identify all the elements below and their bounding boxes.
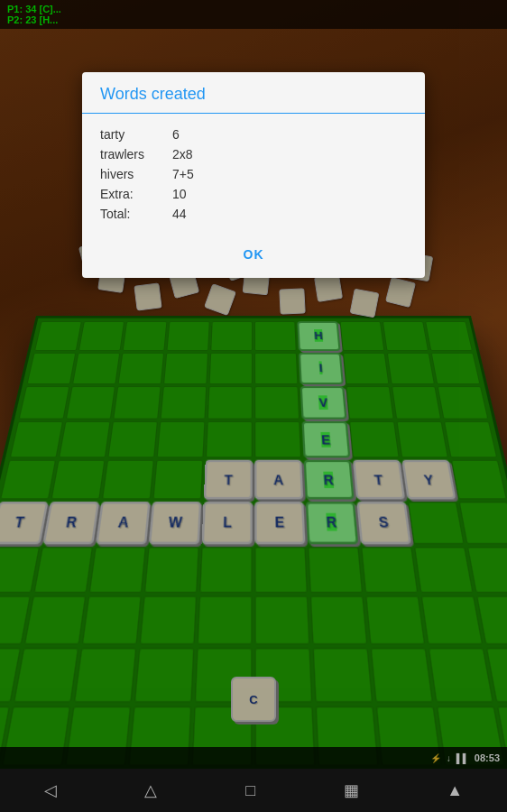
ok-button[interactable]: OK: [226, 242, 282, 267]
word-score: 44: [172, 207, 187, 221]
word-name: Total:: [100, 207, 172, 221]
word-row: hivers7+5: [100, 164, 407, 184]
dialog-content: tarty6trawlers2x8hivers7+5Extra:10Total:…: [82, 114, 425, 235]
word-name: trawlers: [100, 147, 172, 161]
word-row: Total:44: [100, 204, 407, 224]
word-row: tarty6: [100, 125, 407, 144]
word-name: hivers: [100, 167, 172, 181]
word-name: Extra:: [100, 187, 172, 201]
word-score: 10: [172, 187, 187, 201]
word-score: 7+5: [172, 167, 194, 181]
dialog-title: Words created: [82, 72, 425, 114]
words-created-dialog: Words created tarty6trawlers2x8hivers7+5…: [82, 72, 425, 278]
word-name: tarty: [100, 127, 172, 142]
word-row: trawlers2x8: [100, 144, 407, 164]
dialog-footer: OK: [82, 235, 425, 278]
word-score: 2x8: [172, 147, 193, 161]
word-row: Extra:10: [100, 184, 407, 204]
word-score: 6: [172, 127, 180, 142]
dialog-overlay: Words created tarty6trawlers2x8hivers7+5…: [0, 0, 507, 812]
